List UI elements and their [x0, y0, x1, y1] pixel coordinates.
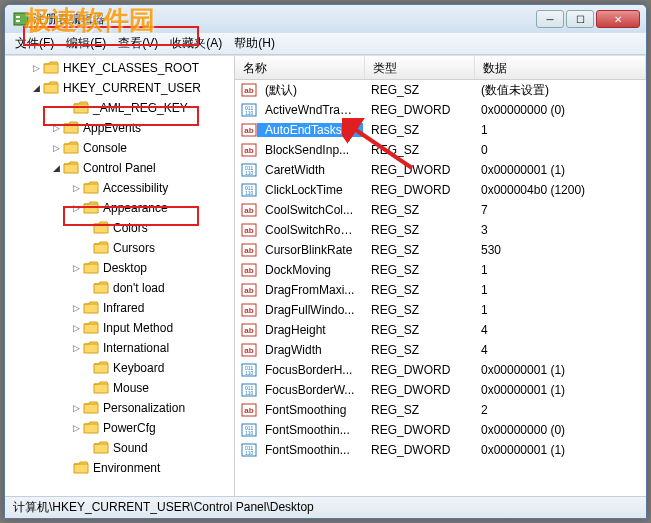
svg-text:ab: ab — [244, 126, 253, 135]
registry-value-row[interactable]: abDragWidthREG_SZ4 — [235, 340, 646, 360]
registry-value-row[interactable]: 011110ClickLockTimeREG_DWORD0x000004b0 (… — [235, 180, 646, 200]
tree-node[interactable]: ▷Appearance — [5, 198, 234, 218]
list-body[interactable]: ab(默认)REG_SZ(数值未设置)011110ActiveWndTrac..… — [235, 80, 646, 496]
value-name: ActiveWndTrac... — [257, 103, 363, 117]
tree-node[interactable]: ▷Desktop — [5, 258, 234, 278]
dword-value-icon: 011110 — [241, 422, 257, 438]
col-header-type[interactable]: 类型 — [365, 56, 475, 79]
minimize-button[interactable]: ─ — [536, 10, 564, 28]
value-type: REG_DWORD — [363, 183, 473, 197]
tree-node[interactable]: ▷International — [5, 338, 234, 358]
tree-node-label: Environment — [93, 461, 160, 475]
tree-node-label: Console — [83, 141, 127, 155]
tree-node[interactable]: ▷Personalization — [5, 398, 234, 418]
tree-node[interactable]: ▷HKEY_CLASSES_ROOT — [5, 58, 234, 78]
registry-value-row[interactable]: abFontSmoothingREG_SZ2 — [235, 400, 646, 420]
expand-arrow-expanded-icon[interactable]: ◢ — [29, 83, 43, 93]
registry-value-row[interactable]: abDockMovingREG_SZ1 — [235, 260, 646, 280]
tree-node[interactable]: _AML_REG_KEY — [5, 98, 234, 118]
tree-node-label: Keyboard — [113, 361, 164, 375]
registry-value-row[interactable]: 011110FontSmoothin...REG_DWORD0x00000001… — [235, 440, 646, 460]
folder-icon — [63, 141, 79, 155]
tree-node[interactable]: Keyboard — [5, 358, 234, 378]
titlebar[interactable]: 注册表编辑器 ─ ☐ ✕ — [5, 5, 646, 33]
value-name: FocusBorderH... — [257, 363, 363, 377]
tree-node[interactable]: Mouse — [5, 378, 234, 398]
menu-favorites[interactable]: 收藏夹(A) — [164, 33, 228, 54]
value-data: 0x00000000 (0) — [473, 103, 646, 117]
tree-node-label: International — [103, 341, 169, 355]
expand-arrow-collapsed-icon[interactable]: ▷ — [69, 323, 83, 333]
value-name: BlockSendInp... — [257, 143, 363, 157]
expand-arrow-collapsed-icon[interactable]: ▷ — [69, 183, 83, 193]
folder-icon — [93, 361, 109, 375]
menu-help[interactable]: 帮助(H) — [228, 33, 281, 54]
tree-node[interactable]: Sound — [5, 438, 234, 458]
value-data: 0x00000001 (1) — [473, 363, 646, 377]
value-name: (默认) — [257, 82, 363, 99]
dword-value-icon: 011110 — [241, 442, 257, 458]
registry-value-row[interactable]: 011110FocusBorderH...REG_DWORD0x00000001… — [235, 360, 646, 380]
dword-value-icon: 011110 — [241, 102, 257, 118]
registry-value-row[interactable]: abCoolSwitchCol...REG_SZ7 — [235, 200, 646, 220]
tree-node[interactable]: Environment — [5, 458, 234, 478]
menu-view[interactable]: 查看(V) — [112, 33, 164, 54]
tree-node[interactable]: Colors — [5, 218, 234, 238]
tree-node-label: _AML_REG_KEY — [93, 101, 188, 115]
tree-node[interactable]: don't load — [5, 278, 234, 298]
svg-text:ab: ab — [244, 146, 253, 155]
expand-arrow-collapsed-icon[interactable]: ▷ — [69, 203, 83, 213]
value-type: REG_SZ — [363, 83, 473, 97]
expand-arrow-collapsed-icon[interactable]: ▷ — [69, 263, 83, 273]
string-value-icon: ab — [241, 262, 257, 278]
tree-node[interactable]: ▷Infrared — [5, 298, 234, 318]
registry-value-row[interactable]: 011110ActiveWndTrac...REG_DWORD0x0000000… — [235, 100, 646, 120]
tree-node[interactable]: ▷PowerCfg — [5, 418, 234, 438]
value-type: REG_SZ — [363, 123, 473, 137]
menu-edit[interactable]: 编辑(E) — [60, 33, 112, 54]
expand-arrow-collapsed-icon[interactable]: ▷ — [49, 123, 63, 133]
expand-arrow-collapsed-icon[interactable]: ▷ — [69, 343, 83, 353]
tree-pane[interactable]: ▷HKEY_CLASSES_ROOT◢HKEY_CURRENT_USER_AML… — [5, 56, 235, 496]
registry-value-row[interactable]: abBlockSendInp...REG_SZ0 — [235, 140, 646, 160]
tree-node[interactable]: ▷AppEvents — [5, 118, 234, 138]
tree-node[interactable]: Cursors — [5, 238, 234, 258]
tree-node[interactable]: ▷Console — [5, 138, 234, 158]
expand-arrow-collapsed-icon[interactable]: ▷ — [69, 403, 83, 413]
value-data: 3 — [473, 223, 646, 237]
registry-value-row[interactable]: abDragHeightREG_SZ4 — [235, 320, 646, 340]
svg-text:ab: ab — [244, 286, 253, 295]
registry-value-row[interactable]: abCoolSwitchRowsREG_SZ3 — [235, 220, 646, 240]
registry-value-row[interactable]: abDragFullWindo...REG_SZ1 — [235, 300, 646, 320]
tree-node-label: Mouse — [113, 381, 149, 395]
expand-arrow-collapsed-icon[interactable]: ▷ — [69, 303, 83, 313]
registry-value-row[interactable]: abDragFromMaxi...REG_SZ1 — [235, 280, 646, 300]
col-header-name[interactable]: 名称 — [235, 56, 365, 79]
dword-value-icon: 011110 — [241, 382, 257, 398]
close-button[interactable]: ✕ — [596, 10, 640, 28]
tree-node-label: Infrared — [103, 301, 144, 315]
dword-value-icon: 011110 — [241, 162, 257, 178]
maximize-button[interactable]: ☐ — [566, 10, 594, 28]
tree-node[interactable]: ▷Input Method — [5, 318, 234, 338]
registry-value-row[interactable]: 011110FocusBorderW...REG_DWORD0x00000001… — [235, 380, 646, 400]
expand-arrow-expanded-icon[interactable]: ◢ — [49, 163, 63, 173]
value-type: REG_SZ — [363, 283, 473, 297]
expand-arrow-collapsed-icon[interactable]: ▷ — [29, 63, 43, 73]
tree-node[interactable]: ◢HKEY_CURRENT_USER — [5, 78, 234, 98]
value-data: 2 — [473, 403, 646, 417]
expand-arrow-collapsed-icon[interactable]: ▷ — [49, 143, 63, 153]
col-header-data[interactable]: 数据 — [475, 56, 646, 79]
tree-node[interactable]: ◢Control Panel — [5, 158, 234, 178]
registry-value-row[interactable]: 011110FontSmoothin...REG_DWORD0x00000000… — [235, 420, 646, 440]
registry-value-row[interactable]: abCursorBlinkRateREG_SZ530 — [235, 240, 646, 260]
status-path: 计算机\HKEY_CURRENT_USER\Control Panel\Desk… — [13, 499, 314, 516]
svg-text:110: 110 — [245, 110, 254, 116]
menu-file[interactable]: 文件(F) — [9, 33, 60, 54]
registry-value-row[interactable]: ab(默认)REG_SZ(数值未设置) — [235, 80, 646, 100]
registry-value-row[interactable]: abAutoEndTasksREG_SZ1 — [235, 120, 646, 140]
expand-arrow-collapsed-icon[interactable]: ▷ — [69, 423, 83, 433]
tree-node[interactable]: ▷Accessibility — [5, 178, 234, 198]
dword-value-icon: 011110 — [241, 362, 257, 378]
registry-value-row[interactable]: 011110CaretWidthREG_DWORD0x00000001 (1) — [235, 160, 646, 180]
